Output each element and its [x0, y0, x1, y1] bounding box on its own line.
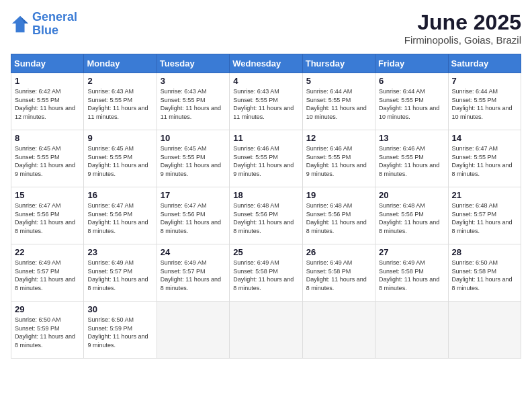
day-number: 10 [161, 133, 226, 143]
header-tuesday: Tuesday [157, 54, 229, 73]
header-thursday: Thursday [302, 54, 375, 73]
day-number: 7 [452, 76, 517, 86]
calendar-cell: 27Sunrise: 6:49 AMSunset: 5:58 PMDayligh… [375, 244, 448, 302]
day-info: Sunrise: 6:44 AMSunset: 5:55 PMDaylight:… [306, 87, 371, 121]
day-number: 11 [233, 133, 298, 143]
day-number: 16 [87, 190, 152, 200]
day-info: Sunrise: 6:48 AMSunset: 5:56 PMDaylight:… [306, 201, 371, 235]
header-wednesday: Wednesday [230, 54, 302, 73]
calendar-cell: 6Sunrise: 6:44 AMSunset: 5:55 PMDaylight… [375, 73, 448, 130]
day-info: Sunrise: 6:44 AMSunset: 5:55 PMDaylight:… [452, 87, 517, 121]
day-info: Sunrise: 6:49 AMSunset: 5:58 PMDaylight:… [379, 259, 444, 292]
day-info: Sunrise: 6:48 AMSunset: 5:57 PMDaylight:… [452, 201, 517, 235]
day-info: Sunrise: 6:49 AMSunset: 5:58 PMDaylight:… [233, 259, 298, 292]
calendar-table: SundayMondayTuesdayWednesdayThursdayFrid… [11, 54, 521, 359]
day-number: 22 [15, 247, 80, 257]
day-number: 26 [306, 247, 371, 257]
day-number: 9 [87, 133, 152, 143]
day-info: Sunrise: 6:46 AMSunset: 5:55 PMDaylight:… [379, 144, 444, 178]
day-info: Sunrise: 6:43 AMSunset: 5:55 PMDaylight:… [161, 87, 226, 121]
calendar-cell: 24Sunrise: 6:49 AMSunset: 5:57 PMDayligh… [157, 244, 229, 302]
logo-icon [11, 15, 30, 34]
calendar-cell [375, 302, 448, 359]
title-block: June 2025 Firminopolis, Goias, Brazil [404, 11, 521, 46]
calendar-cell: 26Sunrise: 6:49 AMSunset: 5:58 PMDayligh… [302, 244, 375, 302]
day-info: Sunrise: 6:50 AMSunset: 5:58 PMDaylight:… [452, 259, 517, 292]
calendar-cell: 9Sunrise: 6:45 AMSunset: 5:55 PMDaylight… [84, 130, 157, 187]
day-info: Sunrise: 6:50 AMSunset: 5:59 PMDaylight:… [87, 316, 152, 349]
logo-text: General Blue [32, 11, 77, 38]
calendar-cell: 10Sunrise: 6:45 AMSunset: 5:55 PMDayligh… [157, 130, 229, 187]
calendar-cell [157, 302, 229, 359]
calendar-cell: 3Sunrise: 6:43 AMSunset: 5:55 PMDaylight… [157, 73, 229, 130]
header-sunday: Sunday [11, 54, 84, 73]
day-number: 6 [379, 76, 444, 86]
day-number: 25 [233, 247, 298, 257]
day-number: 13 [379, 133, 444, 143]
calendar-cell [448, 302, 521, 359]
day-number: 15 [15, 190, 80, 200]
header-friday: Friday [375, 54, 448, 73]
logo: General Blue [11, 11, 77, 38]
subtitle: Firminopolis, Goias, Brazil [404, 34, 521, 46]
day-number: 18 [233, 190, 298, 200]
day-number: 14 [452, 133, 517, 143]
week-row-1: 1Sunrise: 6:42 AMSunset: 5:55 PMDaylight… [11, 73, 521, 130]
day-number: 21 [452, 190, 517, 200]
day-info: Sunrise: 6:43 AMSunset: 5:55 PMDaylight:… [233, 87, 298, 121]
day-number: 12 [306, 133, 371, 143]
header-saturday: Saturday [448, 54, 521, 73]
day-info: Sunrise: 6:49 AMSunset: 5:57 PMDaylight:… [15, 259, 80, 292]
calendar-cell [302, 302, 375, 359]
day-info: Sunrise: 6:47 AMSunset: 5:55 PMDaylight:… [452, 144, 517, 178]
day-info: Sunrise: 6:44 AMSunset: 5:55 PMDaylight:… [379, 87, 444, 121]
day-info: Sunrise: 6:47 AMSunset: 5:56 PMDaylight:… [87, 201, 152, 235]
calendar-cell: 11Sunrise: 6:46 AMSunset: 5:55 PMDayligh… [230, 130, 302, 187]
day-info: Sunrise: 6:49 AMSunset: 5:58 PMDaylight:… [306, 259, 371, 292]
day-number: 19 [306, 190, 371, 200]
calendar-cell: 7Sunrise: 6:44 AMSunset: 5:55 PMDaylight… [448, 73, 521, 130]
day-info: Sunrise: 6:49 AMSunset: 5:57 PMDaylight:… [87, 259, 152, 292]
calendar-cell: 2Sunrise: 6:43 AMSunset: 5:55 PMDaylight… [84, 73, 157, 130]
day-info: Sunrise: 6:47 AMSunset: 5:56 PMDaylight:… [161, 201, 226, 235]
day-info: Sunrise: 6:47 AMSunset: 5:56 PMDaylight:… [15, 201, 80, 235]
calendar-cell: 17Sunrise: 6:47 AMSunset: 5:56 PMDayligh… [157, 187, 229, 244]
day-info: Sunrise: 6:45 AMSunset: 5:55 PMDaylight:… [15, 144, 80, 178]
day-info: Sunrise: 6:42 AMSunset: 5:55 PMDaylight:… [15, 87, 80, 121]
logo-line2: Blue [32, 24, 58, 37]
calendar-cell: 13Sunrise: 6:46 AMSunset: 5:55 PMDayligh… [375, 130, 448, 187]
day-info: Sunrise: 6:46 AMSunset: 5:55 PMDaylight:… [233, 144, 298, 178]
day-info: Sunrise: 6:45 AMSunset: 5:55 PMDaylight:… [87, 144, 152, 178]
svg-marker-0 [12, 16, 28, 32]
week-row-2: 8Sunrise: 6:45 AMSunset: 5:55 PMDaylight… [11, 130, 521, 187]
calendar-cell: 12Sunrise: 6:46 AMSunset: 5:55 PMDayligh… [302, 130, 375, 187]
calendar-cell: 21Sunrise: 6:48 AMSunset: 5:57 PMDayligh… [448, 187, 521, 244]
calendar-cell [230, 302, 302, 359]
calendar-cell: 20Sunrise: 6:48 AMSunset: 5:56 PMDayligh… [375, 187, 448, 244]
page-header: General Blue June 2025 Firminopolis, Goi… [11, 11, 521, 46]
day-info: Sunrise: 6:50 AMSunset: 5:59 PMDaylight:… [15, 316, 80, 349]
header-monday: Monday [84, 54, 157, 73]
calendar-cell: 19Sunrise: 6:48 AMSunset: 5:56 PMDayligh… [302, 187, 375, 244]
calendar-cell: 5Sunrise: 6:44 AMSunset: 5:55 PMDaylight… [302, 73, 375, 130]
day-number: 28 [452, 247, 517, 257]
week-row-4: 22Sunrise: 6:49 AMSunset: 5:57 PMDayligh… [11, 244, 521, 302]
calendar-cell: 30Sunrise: 6:50 AMSunset: 5:59 PMDayligh… [84, 302, 157, 359]
calendar-cell: 23Sunrise: 6:49 AMSunset: 5:57 PMDayligh… [84, 244, 157, 302]
day-number: 17 [161, 190, 226, 200]
day-info: Sunrise: 6:48 AMSunset: 5:56 PMDaylight:… [379, 201, 444, 235]
day-number: 3 [161, 76, 226, 86]
calendar-cell: 4Sunrise: 6:43 AMSunset: 5:55 PMDaylight… [230, 73, 302, 130]
main-title: June 2025 [404, 11, 521, 34]
calendar-cell: 28Sunrise: 6:50 AMSunset: 5:58 PMDayligh… [448, 244, 521, 302]
day-info: Sunrise: 6:46 AMSunset: 5:55 PMDaylight:… [306, 144, 371, 178]
day-info: Sunrise: 6:49 AMSunset: 5:57 PMDaylight:… [161, 259, 226, 292]
day-number: 23 [87, 247, 152, 257]
calendar-cell: 16Sunrise: 6:47 AMSunset: 5:56 PMDayligh… [84, 187, 157, 244]
day-info: Sunrise: 6:43 AMSunset: 5:55 PMDaylight:… [87, 87, 152, 121]
day-number: 20 [379, 190, 444, 200]
calendar-cell: 22Sunrise: 6:49 AMSunset: 5:57 PMDayligh… [11, 244, 84, 302]
logo-line1: General [32, 10, 77, 24]
calendar-cell: 29Sunrise: 6:50 AMSunset: 5:59 PMDayligh… [11, 302, 84, 359]
day-number: 27 [379, 247, 444, 257]
